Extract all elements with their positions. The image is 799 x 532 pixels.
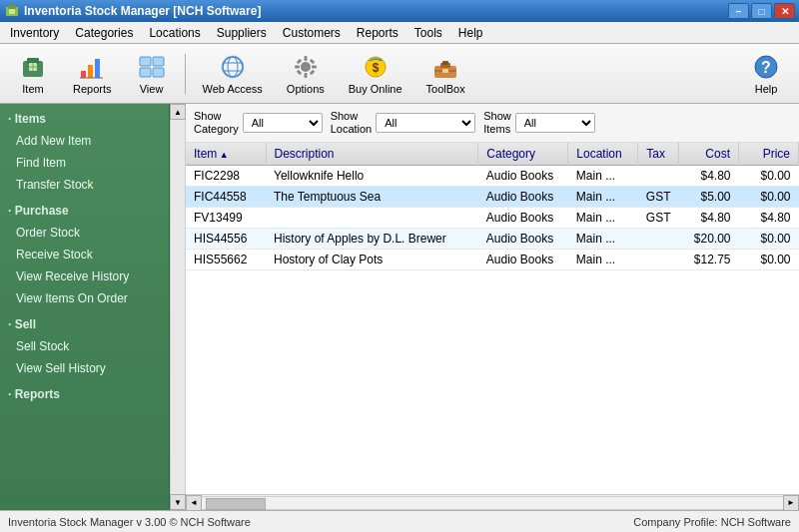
svg-point-16 <box>223 57 243 77</box>
reports-icon <box>76 53 108 81</box>
sidebar-scrollbar[interactable]: ▲ ▼ <box>170 104 186 510</box>
scroll-up-arrow[interactable]: ▲ <box>170 104 186 120</box>
scroll-track-h[interactable] <box>202 496 783 510</box>
status-right: Company Profile: NCH Software <box>633 516 791 528</box>
sidebar-item-receive-stock[interactable]: Receive Stock <box>0 244 169 266</box>
menu-item-customers[interactable]: Customers <box>275 24 349 42</box>
scroll-track[interactable] <box>171 120 185 494</box>
menu-item-categories[interactable]: Categories <box>67 24 141 42</box>
svg-rect-23 <box>304 73 307 78</box>
menu-item-suppliers[interactable]: Suppliers <box>209 24 275 42</box>
location-filter-group: Show Location All <box>331 110 476 136</box>
svg-rect-8 <box>81 71 86 78</box>
svg-rect-37 <box>442 69 448 73</box>
main-area: · Items Add New Item Find Item Transfer … <box>0 104 799 510</box>
toolbar-toolbox-button[interactable]: ToolBox <box>415 49 476 99</box>
svg-rect-35 <box>442 61 448 65</box>
toolbar-view-button[interactable]: View <box>125 49 179 99</box>
close-button[interactable]: ✕ <box>774 3 795 19</box>
col-header-cost[interactable]: Cost <box>679 143 739 166</box>
svg-rect-22 <box>304 56 307 61</box>
table-row[interactable]: FIC44558The Temptuous SeaAudio BooksMain… <box>186 187 799 208</box>
col-header-item[interactable]: Item <box>186 143 266 166</box>
sidebar-item-transfer-stock[interactable]: Transfer Stock <box>0 174 169 196</box>
help-icon: ? <box>750 53 782 81</box>
menu-bar: Inventory Categories Locations Suppliers… <box>0 22 799 44</box>
svg-rect-9 <box>88 65 93 78</box>
sidebar-section-purchase: · Purchase <box>0 196 169 222</box>
location-select[interactable]: All <box>376 113 475 133</box>
col-header-location[interactable]: Location <box>568 143 638 166</box>
col-header-description[interactable]: Description <box>266 143 478 166</box>
show-location-label-1: Show <box>331 110 373 123</box>
table-row[interactable]: FIC2298Yellowknife HelloAudio BooksMain … <box>186 166 799 187</box>
category-filter-group: Show Category All <box>194 110 323 136</box>
svg-rect-13 <box>153 57 164 66</box>
col-header-category[interactable]: Category <box>478 143 568 166</box>
show-items-label-1: Show <box>483 110 511 123</box>
sidebar-section-items: · Items <box>0 104 169 130</box>
table-row[interactable]: FV13499Audio BooksMain ...GST$4.80$4.80 <box>186 208 799 229</box>
col-header-tax[interactable]: Tax <box>638 143 679 166</box>
maximize-button[interactable]: □ <box>751 3 772 19</box>
col-header-price[interactable]: Price <box>739 143 799 166</box>
scroll-left-arrow[interactable]: ◄ <box>186 495 202 511</box>
toolbar-options-button[interactable]: Options <box>276 49 336 99</box>
svg-text:$: $ <box>372 61 379 75</box>
webaccess-label: Web Access <box>203 83 263 95</box>
menu-item-reports[interactable]: Reports <box>349 24 406 42</box>
horizontal-scrollbar[interactable]: ◄ ► <box>186 494 799 510</box>
items-table-container: Item Description Category Location Tax C… <box>186 143 799 494</box>
svg-rect-15 <box>153 68 164 77</box>
scroll-down-arrow[interactable]: ▼ <box>170 494 186 510</box>
items-filter-group: Show Items All <box>483 110 595 136</box>
table-row[interactable]: HIS44556History of Apples by D.L. Brewer… <box>186 229 799 250</box>
menu-item-tools[interactable]: Tools <box>406 24 450 42</box>
options-label: Options <box>287 83 325 95</box>
toolbar-item-button[interactable]: Item <box>6 49 60 99</box>
table-row[interactable]: HIS55662Hostory of Clay PotsAudio BooksM… <box>186 250 799 270</box>
svg-rect-10 <box>95 59 100 78</box>
window-controls: – □ ✕ <box>728 3 795 19</box>
sidebar-section-reports: · Reports <box>0 379 169 405</box>
minimize-button[interactable]: – <box>728 3 749 19</box>
menu-item-inventory[interactable]: Inventory <box>2 24 67 42</box>
sidebar-item-add-new-item[interactable]: Add New Item <box>0 130 169 152</box>
separator-1 <box>185 54 186 94</box>
sidebar-item-view-items-on-order[interactable]: View Items On Order <box>0 287 169 309</box>
app-icon <box>4 3 20 19</box>
help-label: Help <box>755 83 778 95</box>
buyonline-icon: $ <box>360 53 392 81</box>
view-label: View <box>140 83 164 95</box>
sidebar-item-find-item[interactable]: Find Item <box>0 152 169 174</box>
svg-point-20 <box>222 56 244 78</box>
toolbar: Item Reports View <box>0 44 799 104</box>
items-select[interactable]: All <box>515 113 595 133</box>
sidebar-item-order-stock[interactable]: Order Stock <box>0 222 169 244</box>
scroll-thumb-h[interactable] <box>206 498 266 510</box>
options-icon <box>290 53 322 81</box>
svg-rect-27 <box>309 58 315 64</box>
toolbar-buyonline-button[interactable]: $ Buy Online <box>338 49 413 99</box>
status-bar: Inventoria Stock Manager v 3.00 © NCH So… <box>0 510 799 532</box>
show-category-label-2: Category <box>194 123 239 136</box>
reports-label: Reports <box>73 83 112 95</box>
sidebar-item-view-receive-history[interactable]: View Receive History <box>0 266 169 287</box>
toolbar-reports-button[interactable]: Reports <box>62 49 123 99</box>
sidebar-item-sell-stock[interactable]: Sell Stock <box>0 335 169 357</box>
menu-item-locations[interactable]: Locations <box>141 24 208 42</box>
svg-rect-29 <box>309 69 315 75</box>
toolbar-help-button[interactable]: ? Help <box>739 49 793 99</box>
items-table: Item Description Category Location Tax C… <box>186 143 799 270</box>
toolbox-icon <box>429 53 461 81</box>
sidebar-item-view-sell-history[interactable]: View Sell History <box>0 357 169 379</box>
menu-item-help[interactable]: Help <box>450 24 491 42</box>
webaccess-icon <box>217 53 249 81</box>
item-label: Item <box>22 83 43 95</box>
category-select[interactable]: All <box>243 113 323 133</box>
svg-point-21 <box>301 62 311 72</box>
toolbar-webaccess-button[interactable]: Web Access <box>192 49 274 99</box>
sidebar-section-sell: · Sell <box>0 309 169 335</box>
show-category-label-1: Show <box>194 110 239 123</box>
scroll-right-arrow[interactable]: ► <box>783 495 799 511</box>
